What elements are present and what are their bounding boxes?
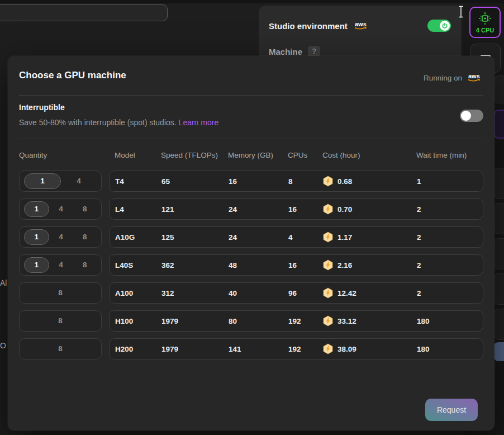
gpu-cost: 12.42: [323, 287, 356, 299]
gpu-model: T4: [115, 177, 124, 186]
gpu-wait-time: 2: [417, 233, 421, 242]
machine-help-button[interactable]: ?: [308, 46, 320, 57]
power-icon: [441, 22, 448, 29]
sidebar-item-fragment-active: [494, 110, 504, 139]
gpu-row-card[interactable]: H200197914119238.09180: [109, 338, 483, 360]
quantity-option[interactable]: 8: [24, 286, 97, 300]
quantity-selector[interactable]: 8: [19, 282, 102, 304]
credits-coin-icon: [323, 176, 333, 187]
gpu-cost: 0.70: [323, 204, 352, 215]
gpu-cost: 38.09: [323, 343, 356, 354]
gpu-table-row: 8H200197914119238.09180: [19, 338, 483, 360]
column-header: Speed (TFLOPs): [161, 151, 218, 159]
gpu-row-card[interactable]: L40S36248162.162: [109, 254, 483, 276]
gpu-table-row: 14T4651680.681: [19, 171, 483, 192]
gpu-wait-time: 180: [417, 345, 430, 353]
gpu-speed: 1979: [161, 317, 178, 325]
gpu-speed: 312: [161, 289, 174, 297]
gpu-cpus: 8: [288, 177, 293, 186]
column-header: Cost (hour): [322, 151, 360, 159]
gpu-cost-value: 2.16: [337, 261, 352, 269]
sidebar-item-fragment: [494, 273, 504, 305]
gpu-memory: 24: [229, 205, 237, 214]
gpu-row-card[interactable]: A10G1252441.172: [109, 226, 483, 248]
quantity-option[interactable]: 4: [49, 202, 73, 216]
gpu-model: A100: [115, 289, 133, 297]
quantity-option[interactable]: 1: [24, 201, 49, 217]
gpu-table-row: 8H10019798019233.12180: [19, 310, 483, 332]
gpu-cost: 0.68: [323, 176, 352, 187]
gpu-memory: 24: [229, 233, 237, 242]
gpu-cpus: 4: [288, 233, 293, 242]
studio-environment-title: Studio environment: [269, 21, 348, 31]
gpu-row-card[interactable]: T4651680.681: [109, 171, 483, 192]
aws-logo-icon: aws: [353, 21, 370, 31]
quantity-selector[interactable]: 148: [19, 226, 102, 248]
background-text-fragment: Al: [0, 278, 7, 287]
credits-coin-icon: [323, 343, 333, 354]
column-header: Model: [115, 151, 135, 159]
address-bar[interactable]: [0, 4, 168, 21]
interruptible-description-text: Save 50-80% with interruptible (spot) st…: [19, 118, 179, 127]
sidebar-item-fragment: [494, 238, 504, 269]
gpu-table-body: 14T4651680.681148L412124160.702148A10G12…: [19, 171, 483, 366]
quantity-selector[interactable]: 14: [19, 171, 102, 192]
machine-status-badge[interactable]: 4 CPU: [469, 7, 501, 38]
studio-environment-toggle[interactable]: [427, 20, 451, 32]
divider: [19, 139, 483, 139]
quantity-option[interactable]: 8: [73, 202, 97, 216]
gpu-cpus: 192: [288, 317, 301, 325]
interruptible-title: Interruptible: [19, 103, 65, 112]
quantity-option[interactable]: 8: [73, 258, 97, 272]
column-header: CPUs: [288, 151, 307, 159]
gpu-table-row: 148L40S36248162.162: [19, 254, 483, 276]
sidebar-item-fragment: [494, 309, 504, 340]
gpu-memory: 48: [229, 261, 237, 269]
aws-logo-icon: aws: [467, 73, 483, 83]
quantity-option[interactable]: 4: [49, 230, 73, 244]
gpu-table-row: 148L412124160.702: [19, 198, 483, 220]
toggle-knob: [461, 111, 471, 121]
column-header: Quantity: [19, 151, 47, 159]
gpu-memory: 16: [229, 177, 237, 186]
quantity-selector[interactable]: 8: [19, 310, 102, 332]
quantity-option[interactable]: 4: [61, 174, 97, 188]
request-button[interactable]: Request: [425, 399, 478, 421]
gpu-memory: 141: [229, 345, 241, 353]
quantity-option[interactable]: 4: [49, 258, 73, 272]
gpu-row-card[interactable]: L412124160.702: [109, 198, 483, 220]
running-on-label: Running on aws: [424, 73, 483, 83]
quantity-selector[interactable]: 148: [19, 198, 102, 220]
gpu-memory: 80: [229, 317, 237, 325]
gpu-row-card[interactable]: H10019798019233.12180: [109, 310, 483, 332]
interruptible-toggle[interactable]: [460, 110, 483, 122]
quantity-option[interactable]: 8: [73, 230, 97, 244]
cpu-chip-icon: [478, 11, 492, 26]
learn-more-link[interactable]: Learn more: [179, 118, 219, 127]
gpu-wait-time: 2: [417, 261, 421, 269]
gpu-table-row: 8A100312409612.422: [19, 282, 483, 304]
gpu-table-row: 148A10G1252441.172: [19, 226, 483, 248]
quantity-option[interactable]: 1: [24, 173, 61, 189]
quantity-option[interactable]: 1: [24, 257, 49, 273]
modal-title: Choose a GPU machine: [19, 70, 126, 81]
gpu-cpus: 192: [288, 345, 301, 353]
quantity-option[interactable]: 8: [24, 342, 97, 356]
gpu-cost-value: 0.68: [337, 177, 352, 186]
table-header-row: QuantityModelSpeed (TFLOPs)Memory (GB)CP…: [19, 151, 483, 161]
gpu-model: H200: [115, 345, 133, 353]
quantity-option[interactable]: 1: [24, 229, 49, 245]
app-root: Al O Studio environment aws: [0, 0, 504, 435]
gpu-cost-value: 1.17: [337, 233, 352, 242]
quantity-selector[interactable]: 8: [19, 338, 102, 360]
quantity-option[interactable]: 8: [24, 314, 97, 328]
divider: [19, 95, 483, 96]
credits-coin-icon: [323, 204, 333, 215]
gpu-wait-time: 1: [417, 177, 421, 186]
gpu-speed: 1979: [161, 345, 178, 353]
gpu-row-card[interactable]: A100312409612.422: [109, 282, 483, 304]
quantity-selector[interactable]: 148: [19, 254, 102, 276]
gpu-speed: 65: [161, 177, 170, 186]
gpu-model: L4: [115, 205, 124, 214]
gpu-speed: 121: [161, 205, 174, 214]
